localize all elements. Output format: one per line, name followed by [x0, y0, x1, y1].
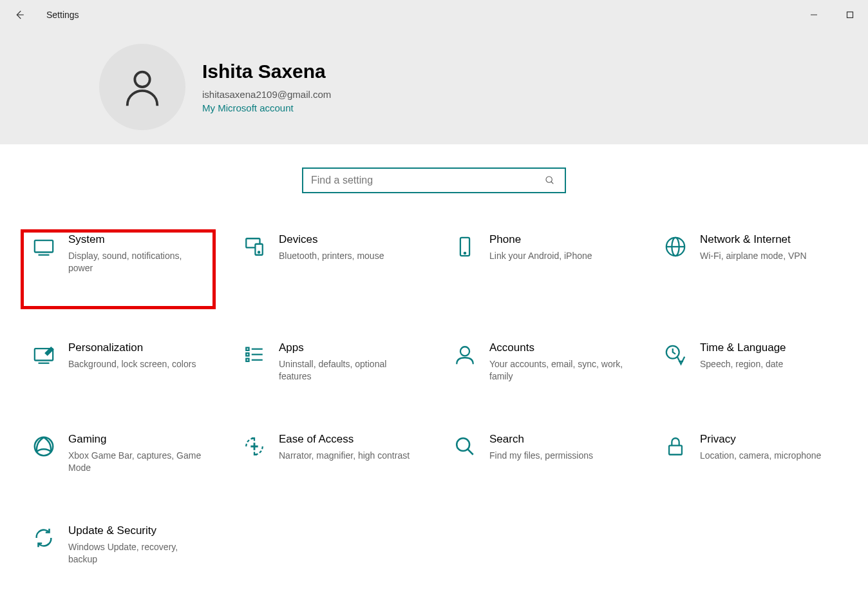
tile-title: Update & Security: [68, 524, 207, 537]
svg-point-8: [464, 253, 466, 254]
svg-point-6: [258, 251, 259, 253]
tile-network[interactable]: Network & Internet Wi-Fi, airplane mode,…: [654, 231, 846, 308]
tile-title: Personalization: [68, 341, 196, 354]
tile-title: Ease of Access: [279, 433, 410, 446]
tile-title: Search: [489, 433, 593, 446]
search-box[interactable]: [302, 167, 566, 193]
back-arrow-icon: [14, 9, 25, 21]
back-button[interactable]: [9, 5, 30, 25]
tile-search[interactable]: Search Find my files, permissions: [443, 430, 636, 491]
svg-rect-12: [246, 348, 249, 350]
tile-title: Devices: [279, 233, 384, 246]
window-title: Settings: [46, 10, 79, 20]
minimize-icon: [810, 11, 818, 19]
time-language-icon: [660, 341, 691, 397]
personalization-icon: [28, 341, 59, 397]
tile-personalization[interactable]: Personalization Background, lock screen,…: [22, 339, 214, 399]
svg-point-15: [460, 347, 469, 356]
tile-gaming[interactable]: Gaming Xbox Game Bar, captures, Game Mod…: [22, 430, 214, 491]
search-container: [0, 144, 868, 193]
tile-description: Your accounts, email, sync, work, family: [489, 358, 628, 383]
maximize-icon: [846, 11, 854, 19]
tile-title: Privacy: [700, 433, 821, 446]
tile-description: Windows Update, recovery, backup: [68, 541, 207, 566]
apps-icon: [239, 341, 270, 397]
tile-description: Uninstall, defaults, optional features: [279, 358, 417, 383]
tile-description: Narrator, magnifier, high contrast: [279, 450, 410, 462]
maximize-button[interactable]: [832, 0, 868, 30]
devices-icon: [239, 233, 270, 305]
gaming-icon: [28, 433, 59, 488]
tile-apps[interactable]: Apps Uninstall, defaults, optional featu…: [232, 339, 425, 399]
microsoft-account-link[interactable]: My Microsoft account: [202, 102, 331, 113]
svg-point-18: [457, 438, 469, 451]
tile-description: Background, lock screen, colors: [68, 358, 196, 370]
lock-icon: [660, 433, 691, 488]
settings-grid: System Display, sound, notifications, po…: [0, 193, 868, 582]
tile-description: Link your Android, iPhone: [489, 250, 592, 262]
svg-point-1: [135, 72, 149, 87]
ease-of-access-icon: [239, 433, 270, 488]
tile-time-language[interactable]: Time & Language Speech, region, date: [654, 339, 846, 399]
svg-rect-3: [35, 240, 53, 252]
svg-rect-13: [246, 353, 249, 356]
system-icon: [28, 233, 59, 305]
tile-description: Display, sound, notifications, power: [68, 250, 207, 274]
tile-description: Location, camera, microphone: [700, 450, 821, 462]
minimize-button[interactable]: [796, 0, 832, 30]
svg-rect-14: [246, 359, 249, 361]
tile-title: Apps: [279, 341, 417, 354]
tile-privacy[interactable]: Privacy Location, camera, microphone: [654, 430, 846, 491]
accounts-icon: [449, 341, 480, 397]
search-input[interactable]: [311, 175, 543, 186]
svg-rect-19: [669, 446, 682, 455]
account-email: ishitasaxena2109@gmail.com: [202, 89, 331, 100]
avatar[interactable]: [99, 44, 185, 130]
phone-icon: [449, 233, 480, 305]
tile-devices[interactable]: Devices Bluetooth, printers, mouse: [232, 231, 425, 308]
tile-title: Time & Language: [700, 341, 786, 354]
tile-description: Xbox Game Bar, captures, Game Mode: [68, 450, 207, 474]
tile-title: Gaming: [68, 433, 207, 446]
tile-title: System: [68, 233, 207, 246]
tile-description: Bluetooth, printers, mouse: [279, 250, 384, 262]
user-icon: [120, 64, 165, 110]
tile-title: Accounts: [489, 341, 628, 354]
tile-description: Find my files, permissions: [489, 450, 593, 462]
tile-accounts[interactable]: Accounts Your accounts, email, sync, wor…: [443, 339, 636, 399]
tile-phone[interactable]: Phone Link your Android, iPhone: [443, 231, 636, 308]
globe-icon: [660, 233, 691, 305]
tile-system[interactable]: System Display, sound, notifications, po…: [22, 231, 214, 308]
titlebar: Settings: [0, 0, 868, 30]
tile-description: Speech, region, date: [700, 358, 786, 370]
tile-title: Phone: [489, 233, 592, 246]
tile-description: Wi-Fi, airplane mode, VPN: [700, 250, 807, 262]
tile-title: Network & Internet: [700, 233, 807, 246]
search-tile-icon: [449, 433, 480, 488]
window-controls: [796, 0, 868, 30]
svg-point-2: [546, 177, 552, 182]
account-header: Ishita Saxena ishitasaxena2109@gmail.com…: [0, 30, 868, 144]
account-name: Ishita Saxena: [202, 61, 331, 82]
search-icon: [543, 175, 557, 186]
update-icon: [28, 524, 59, 580]
tile-ease-of-access[interactable]: Ease of Access Narrator, magnifier, high…: [232, 430, 425, 491]
svg-rect-0: [847, 12, 853, 18]
tile-update-security[interactable]: Update & Security Windows Update, recove…: [22, 522, 214, 582]
